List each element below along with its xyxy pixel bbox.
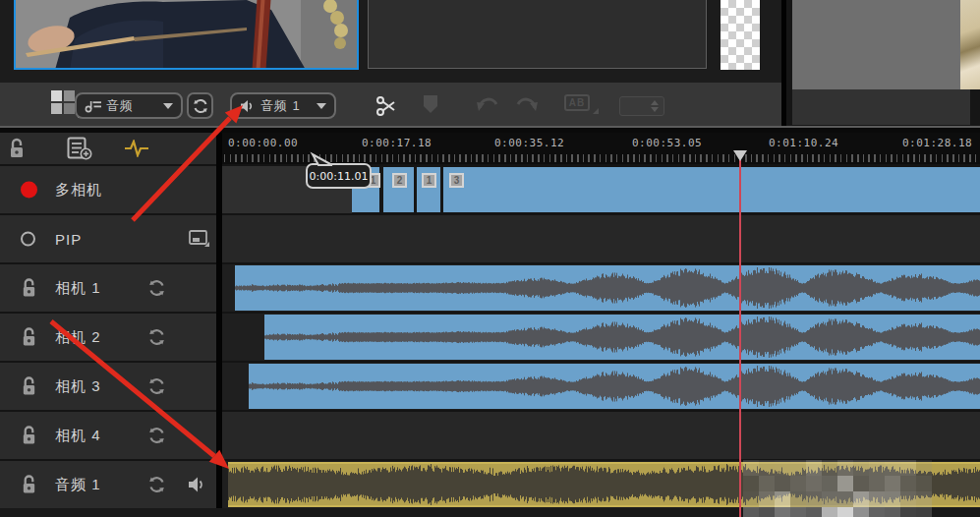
lock-button[interactable] <box>21 278 37 299</box>
ruler-timestamp: 0:00:00.00 <box>228 137 298 149</box>
playhead-handle[interactable] <box>733 150 747 161</box>
sync-icon[interactable] <box>147 377 166 396</box>
transition-ab-button[interactable]: AB <box>564 94 596 111</box>
speaker-icon[interactable] <box>188 477 206 493</box>
multicam-toolbar: 音频 音频 1 <box>0 83 781 126</box>
secondary-preview-panel <box>368 0 707 69</box>
record-dot-icon[interactable] <box>21 182 37 199</box>
top-panel: 音频 音频 1 <box>0 0 980 128</box>
timeline-clip[interactable]: 1 <box>417 167 440 212</box>
lock-button[interactable] <box>21 376 37 397</box>
sync-button[interactable] <box>147 427 166 445</box>
audio-1-track-lane[interactable] <box>222 461 980 508</box>
redo-button[interactable] <box>514 94 540 116</box>
show-waveform-button[interactable] <box>125 140 148 157</box>
camera-preview-thumbnail[interactable] <box>14 0 359 70</box>
split-clip-button[interactable] <box>375 94 398 118</box>
undo-arrow-icon <box>475 94 500 116</box>
timeline-bottom-strip <box>0 508 980 517</box>
camera-2-track-lane[interactable] <box>222 314 980 361</box>
timeline-clip[interactable]: 3 <box>443 167 980 212</box>
list-add-icon <box>67 137 92 160</box>
multicam-editor-window: 音频 音频 1 <box>0 0 980 517</box>
lock-all-button[interactable] <box>8 138 26 159</box>
undo-button[interactable] <box>475 94 500 116</box>
camera-number-badge: 1 <box>422 173 436 188</box>
sync-type-dropdown[interactable]: 音频 <box>75 92 183 119</box>
track-label-text: 多相机 <box>55 181 102 200</box>
timeline-clip[interactable] <box>264 315 980 360</box>
sync-icon[interactable] <box>147 328 166 347</box>
track-label-text: 相机 3 <box>55 377 101 396</box>
track-header-camera-1[interactable]: 相机 1 <box>0 264 216 312</box>
track-label-text: 音频 1 <box>55 476 101 494</box>
grid-square <box>51 90 62 101</box>
preview-lower-band <box>792 89 970 125</box>
sync-button[interactable] <box>147 476 166 494</box>
duration-spinner[interactable] <box>619 96 664 116</box>
waveform <box>235 265 980 311</box>
unlock-icon[interactable] <box>21 278 37 299</box>
track-header-audio-1[interactable]: 音频 1 <box>0 461 216 508</box>
ruler-timestamp: 0:01:10.24 <box>769 137 838 149</box>
transparency-checkerboard <box>721 0 760 70</box>
waveform <box>249 364 980 409</box>
waveform-icon <box>125 140 148 157</box>
track-header-camera-2[interactable]: 相机 2 <box>0 314 216 361</box>
unlock-icon[interactable] <box>21 376 37 397</box>
pip-track-lane[interactable] <box>222 215 980 262</box>
track-header-camera-3[interactable]: 相机 3 <box>0 363 216 410</box>
camera-4-track-lane[interactable] <box>222 412 980 459</box>
lock-button[interactable] <box>21 475 37 495</box>
timeline-ruler[interactable]: 0:00:00.00 0:00:17.18 0:00:35.12 0:00:53… <box>222 133 980 164</box>
timeline-clip[interactable]: 2 <box>383 167 414 212</box>
camera-number-badge: 3 <box>449 173 464 188</box>
sync-icon[interactable] <box>147 476 166 494</box>
timeline-clip[interactable] <box>228 462 980 507</box>
playhead-line <box>739 160 741 517</box>
track-header-multicam[interactable]: 多相机 <box>0 166 216 213</box>
unlock-icon[interactable] <box>21 475 37 495</box>
track-label-text: 相机 2 <box>55 328 101 347</box>
ab-transition-icon: AB <box>564 94 590 111</box>
chevron-down-icon <box>317 103 326 109</box>
unlock-icon[interactable] <box>21 426 37 446</box>
unlock-icon[interactable] <box>21 327 37 348</box>
waveform <box>264 315 980 360</box>
lock-button[interactable] <box>21 426 37 446</box>
resync-button[interactable] <box>187 92 213 119</box>
sync-button[interactable] <box>147 279 166 298</box>
pip-ring-icon[interactable] <box>21 232 35 247</box>
timecode-tooltip: 0:00:11.01 <box>306 163 372 189</box>
track-label-text: PIP <box>55 231 82 248</box>
speaker-button[interactable] <box>188 477 206 493</box>
camera-3-track-lane[interactable] <box>222 363 980 410</box>
sync-button[interactable] <box>147 328 166 347</box>
timeline-header-left <box>0 133 216 164</box>
camera-number-badge: 2 <box>392 173 407 188</box>
lock-button[interactable] <box>21 327 37 348</box>
track-header-camera-4[interactable]: 相机 4 <box>0 412 216 459</box>
add-marker-list-button[interactable] <box>67 137 92 160</box>
marker-button[interactable] <box>423 94 438 114</box>
preview-background <box>792 0 960 89</box>
audio-source-dropdown[interactable]: 音频 1 <box>230 92 336 119</box>
camera-1-track-lane[interactable] <box>222 264 980 312</box>
sync-button[interactable] <box>147 377 166 396</box>
sync-icon[interactable] <box>147 427 166 445</box>
ruler-timestamp: 0:00:35.12 <box>494 137 564 149</box>
sync-type-value: 音频 <box>106 97 134 115</box>
waveform <box>228 462 980 507</box>
timeline-clip[interactable] <box>235 265 980 311</box>
track-header-pip[interactable]: PIP <box>0 215 216 262</box>
timeline-clip[interactable] <box>249 364 980 409</box>
shield-marker-icon <box>423 94 438 114</box>
track-label-text: 相机 4 <box>55 427 101 445</box>
grid-square <box>51 103 62 114</box>
sync-icon[interactable] <box>147 279 166 298</box>
pip-layout-button[interactable] <box>189 230 210 248</box>
ruler-timestamp: 0:00:17.18 <box>362 137 432 149</box>
preview-photo-edge <box>960 0 980 89</box>
main-preview-panel <box>786 0 980 128</box>
track-label-text: 相机 1 <box>55 279 101 298</box>
